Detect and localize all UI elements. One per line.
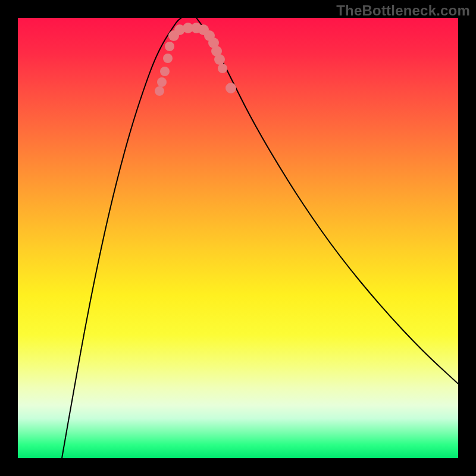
plot-area: [18, 18, 458, 458]
watermark-text: TheBottleneck.com: [336, 2, 470, 19]
marker-point: [157, 77, 167, 87]
marker-cluster: [155, 23, 236, 96]
marker-point: [214, 54, 225, 65]
right-curve: [196, 18, 458, 384]
plot-svg: [18, 18, 458, 458]
marker-point: [155, 86, 164, 96]
chart-frame: TheBottleneck.com: [0, 0, 476, 476]
marker-point: [165, 42, 174, 51]
marker-point: [163, 54, 173, 63]
marker-point: [218, 64, 227, 73]
marker-point: [226, 83, 236, 93]
marker-point: [160, 67, 170, 76]
